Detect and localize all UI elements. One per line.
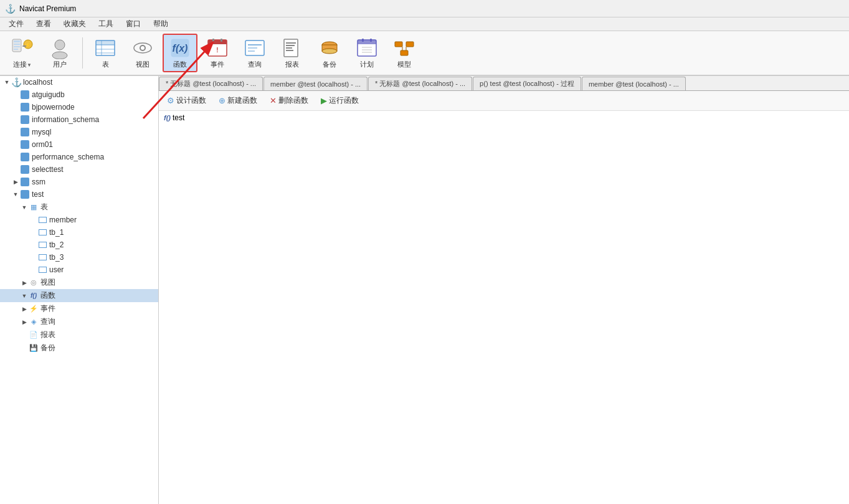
- server-icon: ⚓: [11, 77, 22, 87]
- view-icon: [131, 37, 154, 59]
- event-toolbar-btn[interactable]: !事件: [200, 34, 235, 72]
- run-func-btn[interactable]: ▶运行函数: [316, 93, 363, 108]
- tree-item-ssm[interactable]: ssm: [0, 176, 158, 188]
- tree-item-events-group[interactable]: ⚡事件: [0, 302, 158, 315]
- tree-arrow-queries-group[interactable]: [20, 318, 29, 326]
- user-toolbar-btn[interactable]: 用户: [42, 34, 77, 72]
- backup-group-icon: 💾: [29, 344, 38, 352]
- report-toolbar-btn[interactable]: 报表: [275, 34, 310, 72]
- menu-item-帮助[interactable]: 帮助: [147, 17, 174, 31]
- tab-tab2[interactable]: member @test (localhost) - ...: [263, 77, 368, 90]
- tree-label-user: user: [49, 265, 64, 274]
- report-group-icon: 📄: [29, 331, 38, 339]
- app-icon: ⚓: [5, 4, 16, 14]
- new-func-label: 新建函数: [227, 95, 257, 106]
- svg-point-18: [141, 46, 145, 50]
- tree-item-mysql[interactable]: mysql: [0, 126, 158, 138]
- menu-item-工具[interactable]: 工具: [92, 17, 120, 31]
- content-area: * 无标题 @test (localhost) - ...member @tes…: [159, 76, 849, 504]
- svg-rect-22: [208, 40, 227, 44]
- table-toolbar-btn[interactable]: 表: [88, 34, 123, 72]
- sidebar[interactable]: ⚓localhostatguigudbbjpowernodeinformatio…: [0, 76, 159, 504]
- svg-rect-31: [286, 42, 296, 44]
- svg-rect-39: [358, 40, 376, 44]
- toolbar-separator: [82, 37, 83, 69]
- delete-func-icon: ✕: [270, 96, 277, 105]
- tree-label-mysql: mysql: [32, 128, 51, 136]
- svg-rect-2: [14, 44, 20, 45]
- database-icon: [21, 165, 29, 174]
- tree-item-selecttest[interactable]: selecttest: [0, 163, 158, 176]
- tree-arrow-funcs-group[interactable]: [20, 292, 29, 300]
- menu-item-文件[interactable]: 文件: [2, 17, 30, 31]
- connect-icon: ⚡: [11, 37, 34, 59]
- tree-item-user[interactable]: user: [0, 264, 158, 276]
- database-icon: [21, 128, 29, 136]
- tree-item-queries-group[interactable]: ◈查询: [0, 315, 158, 328]
- breadcrumb-func-icon: f(): [164, 114, 171, 121]
- tree-item-test[interactable]: test: [0, 188, 158, 201]
- menu-item-收藏夹[interactable]: 收藏夹: [57, 17, 92, 31]
- tree-item-tb_3[interactable]: tb_3: [0, 251, 158, 264]
- connect-toolbar-btn[interactable]: ⚡连接▼: [5, 34, 40, 72]
- svg-rect-45: [395, 42, 402, 47]
- tree-arrow-events-group[interactable]: [20, 305, 29, 313]
- tree-label-test: test: [32, 190, 44, 199]
- func-toolbar-label: 函数: [173, 60, 187, 69]
- table-item-icon: [39, 229, 47, 235]
- tree-arrow-ssm[interactable]: [11, 178, 20, 186]
- tree-item-tables-group[interactable]: ▦表: [0, 201, 158, 214]
- svg-rect-7: [22, 45, 26, 47]
- tree-item-views-group[interactable]: ◎视图: [0, 276, 158, 289]
- func-toolbar-btn[interactable]: f(x)函数: [163, 34, 197, 72]
- view-group-icon: ◎: [31, 278, 37, 287]
- tab-tab1[interactable]: * 无标题 @test (localhost) - ...: [159, 77, 263, 90]
- view-toolbar-btn[interactable]: 视图: [125, 34, 160, 72]
- tree-arrow-views-group[interactable]: [20, 278, 29, 287]
- new-func-btn[interactable]: ⊕新建函数: [214, 93, 262, 108]
- tree-item-localhost[interactable]: ⚓localhost: [0, 76, 158, 88]
- tree-item-member[interactable]: member: [0, 214, 158, 226]
- schedule-toolbar-btn[interactable]: 计划: [349, 34, 384, 72]
- tree-label-bjpowernode: bjpowernode: [32, 103, 75, 112]
- tree-item-tb_2[interactable]: tb_2: [0, 239, 158, 251]
- db-icon: [20, 164, 30, 174]
- tree-label-tb_2: tb_2: [49, 240, 64, 249]
- menu-item-窗口[interactable]: 窗口: [120, 17, 147, 31]
- tree-arrow-test[interactable]: [11, 190, 20, 199]
- backup-toolbar-btn[interactable]: 备份: [312, 34, 347, 72]
- tree-label-queries-group: 查询: [40, 316, 55, 327]
- menu-item-查看[interactable]: 查看: [30, 17, 57, 31]
- model-toolbar-btn[interactable]: 模型: [387, 34, 422, 72]
- tree-item-information_schema[interactable]: information_schema: [0, 113, 158, 126]
- tree-item-backups-group[interactable]: 💾备份: [0, 341, 158, 354]
- tree-arrow-localhost[interactable]: [2, 78, 11, 87]
- tree-label-atguigudb: atguigudb: [32, 90, 65, 99]
- event-group-icon: ⚡: [29, 304, 39, 314]
- query-toolbar-btn[interactable]: 查询: [237, 34, 272, 72]
- tree-item-reports-group[interactable]: 📄报表: [0, 328, 158, 341]
- tab-tab5[interactable]: member @test (localhost) - ...: [582, 77, 686, 90]
- tree-label-views-group: 视图: [40, 277, 55, 288]
- tab-tab4[interactable]: p() test @test (localhost) - 过程: [473, 77, 581, 90]
- database-icon: [21, 140, 29, 149]
- tree-item-tb_1[interactable]: tb_1: [0, 226, 158, 239]
- table-toolbar-label: 表: [102, 60, 109, 69]
- tree-arrow-tables-group[interactable]: [20, 203, 29, 212]
- tab-tab3[interactable]: * 无标题 @test (localhost) - ...: [368, 77, 472, 90]
- delete-func-btn[interactable]: ✕删除函数: [265, 93, 313, 108]
- tree-item-performance_schema[interactable]: performance_schema: [0, 151, 158, 163]
- db-icon: [20, 140, 30, 150]
- backup-toolbar-label: 备份: [323, 60, 336, 69]
- table-item-icon: [39, 267, 47, 273]
- connect-dropdown-arrow[interactable]: ▼: [27, 62, 32, 68]
- tree-item-bjpowernode[interactable]: bjpowernode: [0, 101, 158, 113]
- design-func-btn[interactable]: ⚙设计函数: [163, 93, 211, 108]
- tree-item-funcs-group[interactable]: f()函数: [0, 289, 158, 302]
- database-icon: [21, 103, 29, 112]
- tree-item-atguigudb[interactable]: atguigudb: [0, 88, 158, 101]
- table-group-icon: ▦: [29, 202, 39, 212]
- event-group-icon: ⚡: [29, 305, 38, 313]
- breadcrumb-bar: f() test: [159, 111, 849, 125]
- tree-item-orm01[interactable]: orm01: [0, 138, 158, 151]
